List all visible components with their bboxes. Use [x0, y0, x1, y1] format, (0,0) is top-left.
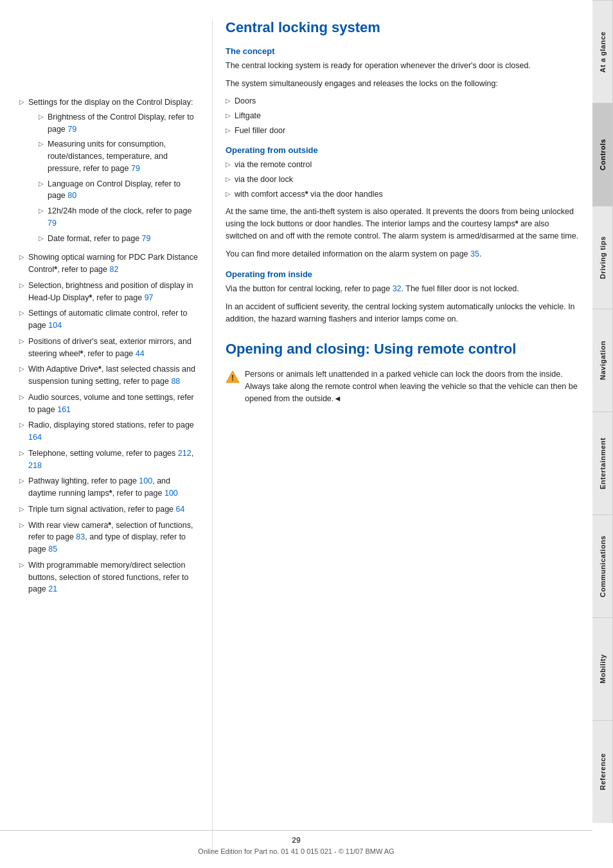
page-link-97[interactable]: 97 [145, 293, 154, 302]
tab-entertainment[interactable]: Entertainment [592, 411, 613, 514]
list-item: ▷ With rear view camera*, selection of f… [19, 520, 199, 556]
sub-list-item: ▷ Measuring units for consumption, route… [39, 138, 199, 174]
list-item-text: With rear view camera*, selection of fun… [28, 520, 199, 556]
page-footer: 29 Online Edition for Part no. 01 41 0 0… [0, 830, 592, 855]
bullet-icon: ▷ [226, 96, 231, 105]
inside-title: Operating from inside [226, 269, 580, 279]
tab-driving-tips[interactable]: Driving tips [592, 206, 613, 309]
list-item: ▷ Audio sources, volume and tone setting… [19, 392, 199, 416]
sub-item-text: 12h/24h mode of the clock, refer to page… [48, 205, 199, 230]
outside-bullet-list: ▷ via the remote control ▷ via the door … [226, 159, 580, 200]
bullet-icon: ▷ [226, 159, 231, 169]
bullet-icon: ▷ [19, 336, 24, 346]
list-item-text: via the door lock [235, 174, 293, 186]
list-item-text: Doors [235, 95, 256, 107]
bullet-icon: ▷ [39, 206, 44, 215]
bullet-icon: ▷ [19, 252, 24, 262]
list-item-text: Settings for the display on the Control … [28, 98, 193, 107]
page-link-88[interactable]: 88 [171, 377, 180, 386]
tab-reference[interactable]: Reference [592, 720, 613, 823]
sub-bullet-list: ▷ Brightness of the Control Display, ref… [28, 111, 199, 245]
page-link-80[interactable]: 80 [67, 191, 76, 200]
list-item: ▷ Settings for the display on the Contro… [19, 96, 199, 248]
list-item: ▷ Telephone, setting volume, refer to pa… [19, 448, 199, 472]
page-link-35[interactable]: 35 [470, 249, 479, 258]
tab-mobility[interactable]: Mobility [592, 617, 613, 720]
main-title: Central locking system [226, 19, 580, 36]
list-item-text: Liftgate [235, 110, 261, 122]
page-link-164[interactable]: 164 [28, 433, 42, 442]
page-link-104[interactable]: 104 [48, 321, 62, 330]
svg-text:!: ! [231, 374, 234, 383]
concept-para-1: The central locking system is ready for … [226, 60, 580, 72]
concept-title: The concept [226, 46, 580, 56]
list-item: ▷ With Adaptive Drive*, last selected ch… [19, 363, 199, 388]
page-link-100[interactable]: 100 [139, 476, 152, 485]
list-item-text: Triple turn signal activation, refer to … [28, 503, 184, 516]
page-link-21[interactable]: 21 [48, 584, 57, 593]
bullet-icon: ▷ [39, 233, 44, 243]
sub-list-item: ▷ Language on Control Display, refer to … [39, 178, 199, 203]
list-item: ▷ Radio, displaying stored stations, ref… [19, 419, 199, 444]
list-item-text: Selection, brightness and position of di… [28, 280, 199, 304]
list-item: ▷ via the remote control [226, 159, 580, 171]
list-item-content: Settings for the display on the Control … [28, 96, 199, 248]
left-bullet-list: ▷ Settings for the display on the Contro… [19, 96, 199, 595]
list-item-text: via the remote control [235, 159, 312, 171]
page-link-82[interactable]: 82 [109, 265, 118, 274]
warning-icon: ! [226, 370, 240, 384]
list-item-text: Settings of automatic climate control, r… [28, 307, 199, 332]
tab-label: Navigation [599, 341, 607, 380]
sub-list-item: ▷ 12h/24h mode of the clock, refer to pa… [39, 205, 199, 230]
bullet-icon: ▷ [39, 139, 44, 149]
list-item: ▷ Settings of automatic climate control,… [19, 307, 199, 332]
tab-at-a-glance[interactable]: At a glance [592, 0, 613, 103]
bullet-icon: ▷ [226, 125, 231, 135]
opening-closing-title: Opening and closing: Using remote contro… [226, 341, 580, 357]
edition-text: Online Edition for Part no. 01 41 0 015 … [198, 847, 394, 855]
page-link-32[interactable]: 32 [393, 284, 402, 293]
list-item-text: With Adaptive Drive*, last selected chas… [28, 363, 199, 388]
tab-navigation[interactable]: Navigation [592, 309, 613, 411]
page-link-79b[interactable]: 79 [131, 164, 140, 173]
page-link-100b[interactable]: 100 [164, 489, 178, 498]
bullet-icon: ▷ [19, 280, 24, 290]
list-item: ▷ Showing optical warning for PDC Park D… [19, 251, 199, 276]
page-link-218[interactable]: 218 [28, 461, 42, 470]
tab-label: Controls [599, 139, 607, 170]
page-link-85[interactable]: 85 [48, 545, 57, 554]
list-item: ▷ Doors [226, 95, 580, 107]
list-item: ▷ Selection, brightness and position of … [19, 280, 199, 304]
tab-communications[interactable]: Communications [592, 514, 613, 617]
warning-box: ! Persons or animals left unattended in … [226, 368, 580, 406]
list-item: ▷ Liftgate [226, 110, 580, 122]
inside-para-2: In an accident of sufficient severity, t… [226, 301, 580, 326]
page-link-161[interactable]: 161 [57, 405, 71, 414]
list-item-text: Showing optical warning for PDC Park Dis… [28, 251, 199, 276]
main-content: ▷ Settings for the display on the Contro… [0, 0, 592, 868]
page-link-212[interactable]: 212 [178, 449, 191, 458]
bullet-icon: ▷ [226, 111, 231, 120]
outside-para-1: At the same time, the anti-theft system … [226, 206, 580, 243]
list-item: ▷ Positions of driver's seat, exterior m… [19, 336, 199, 360]
page-link-64[interactable]: 64 [176, 505, 185, 514]
list-item: ▷ with comfort access* via the door hand… [226, 188, 580, 201]
bullet-icon: ▷ [19, 520, 24, 530]
page-link-44[interactable]: 44 [136, 349, 145, 358]
sub-list-item: ▷ Date format, refer to page 79 [39, 233, 199, 245]
bullet-icon: ▷ [19, 97, 24, 107]
tab-label: Mobility [599, 655, 607, 684]
page-container: ▷ Settings for the display on the Contro… [0, 0, 613, 868]
page-link-79[interactable]: 79 [67, 125, 76, 134]
list-item-text: Audio sources, volume and tone settings,… [28, 392, 199, 416]
bullet-icon: ▷ [226, 174, 231, 184]
page-link-79c[interactable]: 79 [48, 219, 57, 228]
bullet-icon: ▷ [226, 189, 231, 199]
list-item-text: With programmable memory/direct selectio… [28, 559, 199, 595]
page-link-79d[interactable]: 79 [142, 234, 151, 243]
right-column: Central locking system The concept The c… [213, 19, 580, 855]
outside-title: Operating from outside [226, 145, 580, 155]
tab-controls[interactable]: Controls [592, 103, 613, 206]
list-item-text: Fuel filler door [235, 125, 285, 137]
page-link-83[interactable]: 83 [76, 532, 85, 541]
